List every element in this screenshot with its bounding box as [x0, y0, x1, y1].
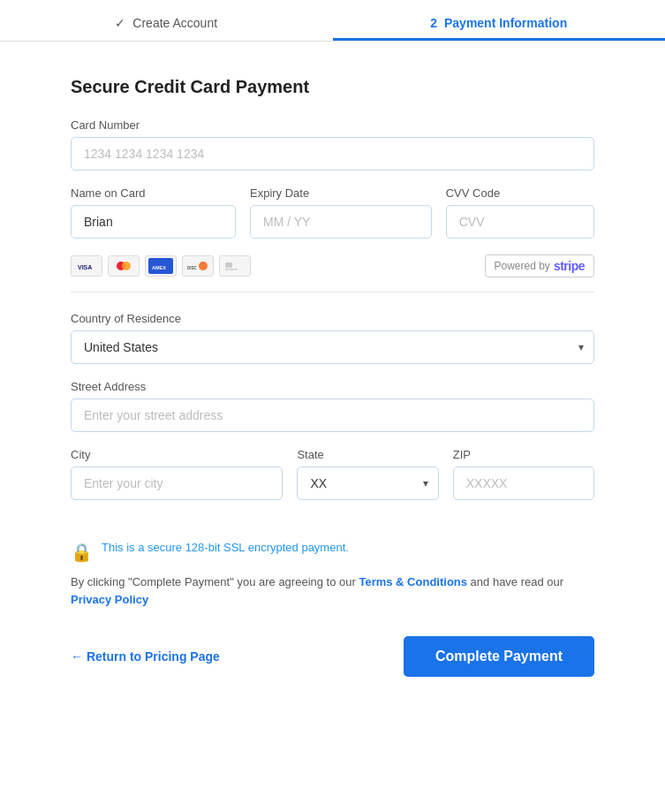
name-col: Name on Card — [71, 186, 236, 254]
terms-text: By clicking "Complete Payment" you are a… — [71, 573, 594, 608]
ssl-text: This is a secure 128-bit SSL encrypted p… — [102, 541, 349, 554]
step-payment-info[interactable]: 2 Payment Information — [333, 0, 666, 41]
street-label: Street Address — [71, 380, 594, 393]
expiry-group: Expiry Date — [250, 186, 432, 239]
visa-icon: VISA — [71, 255, 102, 277]
country-label: Country of Residence — [71, 312, 594, 325]
divider — [71, 292, 594, 292]
step-payment-info-label: Payment Information — [444, 16, 567, 30]
card-details-row: Name on Card Expiry Date CVV Code — [71, 186, 594, 254]
city-group: City — [71, 448, 283, 500]
step-create-account[interactable]: ✓ Create Account — [0, 0, 333, 41]
city-col: City — [71, 448, 283, 516]
expiry-label: Expiry Date — [250, 186, 432, 200]
name-on-card-group: Name on Card — [71, 186, 236, 239]
city-state-zip-row: City State XX AL AK AZ CA CO FL NY — [71, 448, 594, 516]
step-number: 2 — [430, 16, 437, 30]
zip-group: ZIP — [453, 448, 594, 500]
street-input[interactable] — [71, 398, 594, 432]
svg-text:AMEX: AMEX — [152, 265, 166, 270]
card-number-group: Card Number — [71, 118, 594, 171]
check-icon: ✓ — [115, 16, 125, 30]
city-label: City — [71, 448, 283, 461]
card-icons-left: VISA AMEX — [71, 255, 251, 277]
zip-input[interactable] — [453, 467, 594, 500]
generic-card-icon — [219, 255, 251, 277]
svg-point-8 — [199, 262, 208, 270]
powered-by-text: Powered by — [495, 260, 550, 272]
state-label: State — [297, 448, 438, 461]
discover-icon: DISC — [182, 255, 214, 277]
name-on-card-label: Name on Card — [71, 186, 236, 200]
complete-payment-button[interactable]: Complete Payment — [404, 636, 594, 677]
amex-icon: AMEX — [145, 255, 177, 277]
state-select[interactable]: XX AL AK AZ CA CO FL NY TX — [297, 467, 438, 500]
card-number-input[interactable] — [71, 137, 594, 171]
state-group: State XX AL AK AZ CA CO FL NY TX ▾ — [297, 448, 438, 500]
mastercard-icon — [108, 255, 140, 277]
country-select-wrapper: United States Canada United Kingdom Aust… — [71, 330, 594, 364]
zip-label: ZIP — [453, 448, 594, 461]
privacy-policy-link[interactable]: Privacy Policy — [71, 593, 148, 606]
lock-icon: 🔒 — [71, 542, 93, 563]
svg-text:DISC: DISC — [187, 266, 198, 270]
svg-rect-12 — [225, 269, 238, 270]
cvv-label: CVV Code — [446, 186, 594, 200]
back-button[interactable]: ← Return to Pricing Page — [71, 649, 220, 664]
stripe-badge: Powered by stripe — [485, 254, 595, 277]
page-title: Secure Credit Card Payment — [71, 77, 594, 97]
cvv-col: CVV Code — [446, 186, 594, 254]
step-create-account-label: Create Account — [132, 16, 217, 30]
card-number-label: Card Number — [71, 118, 594, 132]
cvv-group: CVV Code — [446, 186, 594, 239]
svg-text:VISA: VISA — [78, 264, 92, 270]
svg-rect-11 — [225, 262, 232, 268]
country-select[interactable]: United States Canada United Kingdom Aust… — [71, 330, 594, 364]
street-group: Street Address — [71, 380, 594, 432]
steps-header: ✓ Create Account 2 Payment Information — [0, 0, 665, 42]
expiry-col: Expiry Date — [250, 186, 432, 254]
stripe-logo: stripe — [554, 259, 585, 273]
ssl-notice: 🔒 This is a secure 128-bit SSL encrypted… — [71, 541, 594, 563]
terms-text-2: and have read our — [467, 575, 563, 588]
main-content: Secure Credit Card Payment Card Number N… — [0, 42, 665, 730]
cvv-input[interactable] — [446, 205, 594, 239]
expiry-input[interactable] — [250, 205, 432, 239]
city-input[interactable] — [71, 467, 283, 500]
zip-col: ZIP — [453, 448, 594, 516]
svg-point-4 — [122, 262, 131, 270]
footer-buttons: ← Return to Pricing Page Complete Paymen… — [71, 636, 594, 677]
card-icons-row: VISA AMEX — [71, 254, 594, 277]
name-on-card-input[interactable] — [71, 205, 236, 239]
state-col: State XX AL AK AZ CA CO FL NY TX ▾ — [297, 448, 438, 516]
terms-text-1: By clicking "Complete Payment" you are a… — [71, 575, 359, 588]
state-select-wrapper: XX AL AK AZ CA CO FL NY TX ▾ — [297, 467, 438, 500]
country-group: Country of Residence United States Canad… — [71, 312, 594, 364]
terms-conditions-link[interactable]: Terms & Conditions — [359, 575, 467, 588]
